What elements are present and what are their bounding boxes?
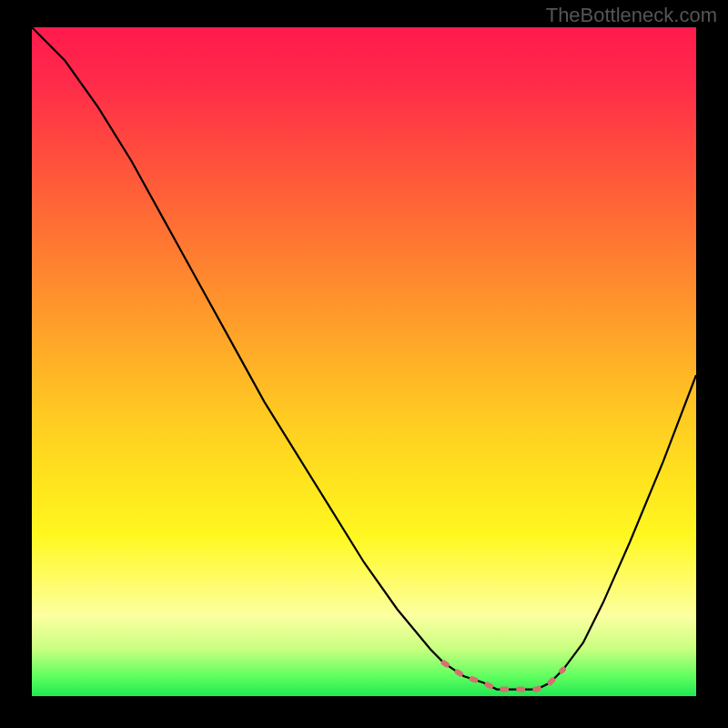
curve-svg <box>32 27 696 696</box>
chart-area <box>32 27 696 696</box>
bottleneck-curve <box>32 27 696 690</box>
watermark-text: TheBottleneck.com <box>546 4 717 27</box>
